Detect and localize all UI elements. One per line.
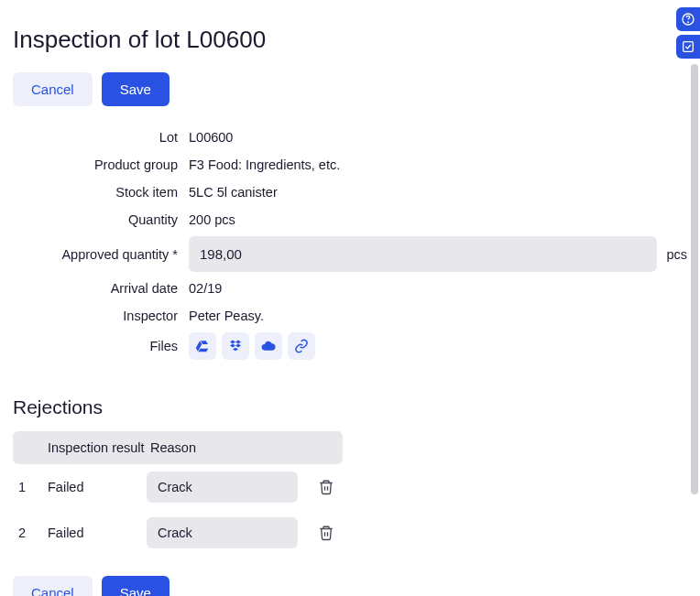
quantity-label: Quantity (13, 212, 178, 227)
help-widget[interactable] (676, 7, 700, 31)
files-label: Files (13, 339, 178, 353)
svg-point-1 (688, 22, 689, 23)
approved-quantity-label: Approved quantity * (13, 247, 178, 262)
check-square-icon (681, 39, 695, 54)
arrival-date-label: Arrival date (13, 281, 178, 296)
action-buttons-top: Cancel Save (13, 72, 687, 106)
inspection-form: Lot L00600 Product group F3 Food: Ingred… (13, 126, 687, 360)
product-group-value: F3 Food: Ingredients, etc. (189, 154, 687, 176)
quantity-value: 200 pcs (189, 209, 687, 231)
delete-row-button[interactable] (310, 525, 343, 541)
stock-item-label: Stock item (13, 185, 178, 200)
arrival-date-value: 02/19 (189, 277, 687, 299)
file-upload-icons (189, 332, 687, 360)
checklist-widget[interactable] (676, 35, 700, 59)
save-button[interactable]: Save (102, 576, 170, 596)
table-row: 2 Failed (13, 510, 343, 556)
inspection-result-value: Failed (37, 480, 147, 494)
dropbox-icon[interactable] (222, 332, 249, 360)
row-number: 2 (13, 526, 37, 540)
header-inspection-result: Inspection result (37, 440, 147, 455)
header-reason: Reason (147, 440, 343, 455)
approved-quantity-unit: pcs (666, 247, 687, 262)
trash-icon (318, 479, 334, 495)
row-number: 1 (13, 480, 37, 494)
lot-label: Lot (13, 130, 178, 145)
cancel-button[interactable]: Cancel (13, 72, 93, 106)
scrollbar[interactable] (691, 64, 698, 494)
page-title: Inspection of lot L00600 (13, 26, 687, 54)
rejections-table: Inspection result Reason 1 Failed 2 Fail… (13, 431, 343, 556)
trash-icon (318, 525, 334, 541)
reason-input[interactable] (147, 471, 298, 503)
rejections-title: Rejections (13, 396, 687, 418)
side-widgets (676, 7, 700, 59)
action-buttons-bottom: Cancel Save (13, 576, 687, 596)
rejections-header: Inspection result Reason (13, 431, 343, 464)
save-button[interactable]: Save (102, 72, 170, 106)
link-icon[interactable] (288, 332, 315, 360)
onedrive-icon[interactable] (255, 332, 282, 360)
inspector-label: Inspector (13, 309, 178, 323)
inspector-value: Peter Peasy. (189, 305, 687, 327)
help-icon (681, 12, 695, 27)
delete-row-button[interactable] (310, 479, 343, 495)
lot-value: L00600 (189, 126, 687, 148)
inspection-result-value: Failed (37, 526, 147, 540)
google-drive-icon[interactable] (189, 332, 216, 360)
stock-item-value: 5LC 5l canister (189, 181, 687, 203)
cancel-button[interactable]: Cancel (13, 576, 93, 596)
svg-rect-2 (684, 42, 694, 52)
reason-input[interactable] (147, 517, 298, 548)
table-row: 1 Failed (13, 464, 343, 510)
product-group-label: Product group (13, 157, 178, 172)
approved-quantity-input[interactable] (189, 236, 657, 272)
